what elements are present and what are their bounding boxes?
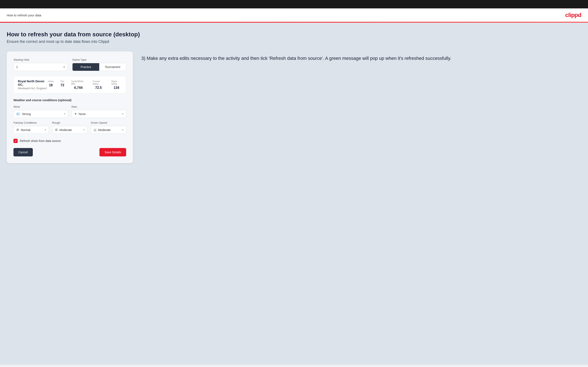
refresh-checkbox[interactable]: ✓ [13,139,18,143]
rough-icon: ⚙ [55,128,58,132]
wind-chevron: ▾ [64,113,65,115]
par-label: Par [61,80,64,83]
yards-value: 6,744 [74,86,83,90]
rough-chevron: ▾ [83,128,85,131]
cancel-button[interactable]: Cancel [13,148,33,156]
rain-icon: ✦ [74,112,77,116]
fairway-select[interactable]: ⚙ Normal ▾ [13,126,49,134]
header-title: How to refresh your data [7,13,41,17]
wind-value: Strong [22,112,64,116]
par-stat: Par 72 [61,80,64,90]
fairway-icon: ⚙ [16,128,19,132]
page-subtitle: Ensure the correct and most up to date d… [7,40,581,44]
form-card: Starting Hole 1 ▾ Game Type Practice Tou… [7,51,133,163]
green-speed-group: Green Speed ◎ Moderate ▾ [91,121,126,134]
slope-rating-value: 134 [114,86,119,90]
wind-rain-row: Wind 💨 Strong ▾ Rain ✦ None ▾ [13,105,126,118]
check-icon: ✓ [15,139,17,142]
tournament-button[interactable]: Tournament [99,63,126,71]
holes-stat: Holes 18 [48,80,54,90]
fairway-chevron: ▾ [45,128,46,131]
rough-value: Moderate [60,128,83,132]
slope-rating-stat: Slope rating 134 [111,80,122,90]
top-bar [0,0,588,8]
green-speed-icon: ◎ [94,128,96,132]
main-content: How to refresh your data from source (de… [0,23,588,365]
wind-label: Wind [13,105,68,108]
course-location: Westward Ho!, England [18,87,48,90]
course-card: Royal North Devon GC, Westward Ho!, Engl… [13,76,126,93]
conditions-row: Fairway Conditions ⚙ Normal ▾ Rough ⚙ Mo… [13,121,126,134]
footer: Copyright Clippd 2022 [0,365,588,367]
instruction-text: 3) Make any extra edits necessary to the… [141,55,581,62]
course-rating-stat: Course rating 72.5 [93,80,104,90]
starting-hole-select-wrapper[interactable]: 1 ▾ [13,63,67,71]
rough-label: Rough [52,121,87,124]
rain-chevron: ▾ [122,113,123,115]
instruction-panel: 3) Make any extra edits necessary to the… [141,51,581,62]
button-row: Cancel Save Details [13,148,126,156]
refresh-checkbox-row: ✓ Refresh shots from data source [13,139,126,143]
save-button[interactable]: Save Details [99,148,126,156]
holes-value: 18 [49,83,53,87]
header: How to refresh your data clippd [0,8,588,22]
course-stats: Holes 18 Par 72 Yards/White (M)) 6,744 [48,80,122,90]
content-area: Starting Hole 1 ▾ Game Type Practice Tou… [7,51,581,163]
practice-button[interactable]: Practice [72,63,99,71]
refresh-label: Refresh shots from data source [20,139,61,142]
game-type-toggle: Practice Tournament [72,63,126,71]
game-type-label: Game Type [72,58,126,61]
green-speed-select[interactable]: ◎ Moderate ▾ [91,126,126,134]
par-value: 72 [61,83,64,87]
course-rating-value: 72.5 [95,86,102,90]
rain-group: Rain ✦ None ▾ [71,105,126,118]
course-name: Royal North Devon GC, [18,80,48,86]
row-starting-game: Starting Hole 1 ▾ Game Type Practice Tou… [13,58,126,71]
rain-label: Rain [71,105,126,108]
weather-section-title: Weather and course conditions (optional) [13,99,126,102]
yards-stat: Yards/White (M)) 6,744 [71,80,86,90]
rough-select[interactable]: ⚙ Moderate ▾ [52,126,87,134]
fairway-value: Normal [21,128,45,132]
fairway-label: Fairway Conditions [13,121,49,124]
starting-hole-group: Starting Hole 1 ▾ [13,58,67,71]
green-speed-value: Moderate [98,128,122,132]
game-type-group: Game Type Practice Tournament [72,58,126,71]
starting-hole-select[interactable]: 1 [13,63,67,71]
page-title: How to refresh your data from source (de… [7,31,581,38]
slope-rating-label: Slope rating [111,80,122,85]
holes-label: Holes [48,80,54,83]
green-speed-label: Green Speed [91,121,126,124]
green-speed-chevron: ▾ [122,128,123,131]
wind-icon: 💨 [16,112,20,116]
wind-group: Wind 💨 Strong ▾ [13,105,68,118]
yards-label: Yards/White (M)) [71,80,86,85]
fairway-group: Fairway Conditions ⚙ Normal ▾ [13,121,49,134]
rough-group: Rough ⚙ Moderate ▾ [52,121,87,134]
course-info: Royal North Devon GC, Westward Ho!, Engl… [18,80,122,90]
rain-select[interactable]: ✦ None ▾ [71,110,126,118]
starting-hole-label: Starting Hole [13,58,67,61]
logo: clippd [565,12,581,18]
course-rating-label: Course rating [93,80,104,85]
rain-value: None [79,112,122,116]
course-name-block: Royal North Devon GC, Westward Ho!, Engl… [18,80,48,90]
wind-select[interactable]: 💨 Strong ▾ [13,110,68,118]
